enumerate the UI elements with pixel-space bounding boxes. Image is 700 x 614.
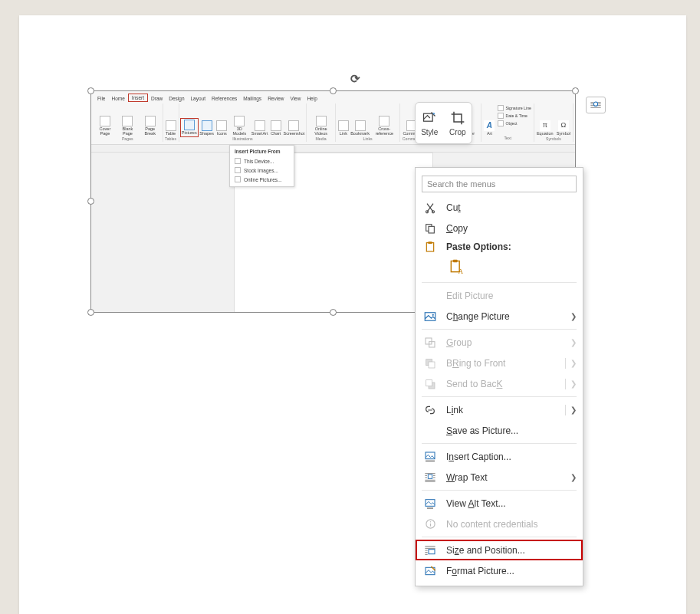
ribbon-groups: Cover Page Blank Page Page Break Pages T… — [91, 102, 575, 142]
tab-view[interactable]: View — [287, 95, 304, 102]
ctx-change-picture-label: Change Picture — [446, 311, 570, 322]
svg-point-19 — [432, 314, 434, 315]
dd-stock-images[interactable]: Stock Images... — [230, 166, 294, 175]
group-media: Online Videos Media — [307, 103, 336, 142]
object-button[interactable]: Object — [496, 120, 532, 126]
svg-text:A: A — [458, 268, 464, 274]
mini-toolbar: Style Crop — [415, 102, 472, 144]
tab-help[interactable]: Help — [304, 95, 320, 102]
ctx-view-alt-text[interactable]: View Alt Text... — [416, 493, 583, 514]
link-button[interactable]: Link — [337, 120, 350, 137]
tab-home[interactable]: Home — [108, 95, 127, 102]
ctx-size-and-position[interactable]: Size and Position... — [416, 540, 583, 560]
table-button[interactable]: Table — [164, 120, 178, 137]
group-text: AArt Signature Line Date & Time Object T… — [481, 103, 534, 142]
format-picture-icon — [423, 564, 437, 578]
svg-rect-28 — [428, 474, 432, 478]
tab-design[interactable]: Design — [166, 95, 187, 102]
online-videos-button[interactable]: Online Videos — [307, 115, 334, 137]
size-position-icon — [423, 543, 437, 557]
svg-point-1 — [433, 112, 435, 114]
info-icon — [423, 517, 437, 531]
chart-button[interactable]: Chart — [269, 120, 283, 137]
cut-icon — [423, 201, 437, 215]
style-icon — [422, 110, 437, 126]
search-menus-input[interactable]: Search the menus — [422, 176, 577, 192]
svg-rect-14 — [428, 241, 432, 244]
chevron-right-icon: ❯ — [570, 312, 577, 320]
ctx-group-label: Group — [446, 337, 570, 348]
style-button[interactable]: Style — [416, 103, 444, 143]
shapes-button[interactable]: Shapes — [199, 120, 215, 137]
resize-handle[interactable] — [87, 87, 94, 94]
resize-handle[interactable] — [87, 198, 94, 205]
svg-rect-43 — [429, 549, 435, 553]
ctx-format-label: Format Picture... — [446, 566, 577, 576]
chevron-right-icon: ❯ — [570, 359, 577, 367]
ctx-stb-label: Send to BacK — [446, 379, 560, 389]
separator — [422, 490, 577, 491]
ctx-link[interactable]: Link ❯ — [416, 399, 583, 420]
ctx-wrap-text[interactable]: Wrap Text ❯ — [416, 467, 583, 488]
svg-rect-23 — [429, 362, 435, 368]
paste-keep-source[interactable]: A — [446, 257, 466, 277]
ctx-insert-caption[interactable]: Insert Caption... — [416, 446, 583, 467]
ctx-no-credentials: No content credentials — [416, 514, 583, 534]
paste-options-row: A — [416, 255, 583, 280]
resize-handle[interactable] — [330, 309, 337, 316]
dd-this-device[interactable]: This Device... — [230, 156, 294, 166]
tab-review[interactable]: Review — [265, 95, 287, 102]
dropdown-header: Insert Picture From — [230, 148, 294, 156]
context-menu: Search the menus Cut Copy Paste Options:… — [415, 167, 583, 586]
svg-rect-16 — [453, 260, 458, 262]
svg-rect-13 — [426, 243, 433, 251]
blank-icon — [423, 424, 437, 438]
layout-options-button[interactable] — [586, 97, 606, 113]
tab-references[interactable]: References — [209, 95, 240, 102]
ctx-format-picture[interactable]: Format Picture... — [416, 560, 583, 581]
date-time-button[interactable]: Date & Time — [496, 113, 532, 119]
ctx-paste-options: Paste Options: — [416, 238, 583, 255]
screenshot-button[interactable]: Screenshot — [283, 120, 306, 137]
icons-button[interactable]: Icons — [215, 120, 228, 137]
bookmark-button[interactable]: Bookmark — [350, 120, 370, 137]
ctx-cut[interactable]: Cut — [416, 197, 583, 218]
resize-handle[interactable] — [330, 87, 337, 94]
blank-page-button[interactable]: Blank Page — [117, 115, 139, 137]
ctx-change-picture[interactable]: Change Picture ❯ — [416, 306, 583, 327]
group-links: Link Bookmark Cross-reference Links — [336, 103, 401, 142]
ctx-save-as-picture[interactable]: Save as Picture... — [416, 420, 583, 441]
3d-models-button[interactable]: 3D Models — [228, 115, 250, 137]
signature-line-button[interactable]: Signature Line — [496, 105, 532, 111]
cover-page-button[interactable]: Cover Page — [94, 115, 117, 137]
tab-insert[interactable]: Insert — [128, 94, 148, 102]
smartart-button[interactable]: SmartArt — [251, 120, 269, 137]
ctx-btf-label: BRing to Front — [446, 358, 560, 369]
page-break-button[interactable]: Page Break — [139, 115, 162, 137]
rotate-handle-icon[interactable]: ⟳ — [349, 72, 361, 84]
cross-ref-button[interactable]: Cross-reference — [370, 115, 399, 137]
symbol-button[interactable]: ΩSymbol — [555, 120, 572, 137]
separator — [422, 396, 577, 397]
tab-mailings[interactable]: Mailings — [240, 95, 265, 102]
resize-handle[interactable] — [87, 309, 94, 316]
equation-button[interactable]: πEquation — [535, 120, 555, 137]
resize-handle[interactable] — [572, 87, 579, 94]
group-tables: Table Tables — [163, 103, 179, 142]
group-symbols: πEquation ΩSymbol Symbols — [534, 103, 573, 142]
dd-online-pictures[interactable]: Online Pictures... — [230, 175, 294, 184]
chevron-right-icon: ❯ — [570, 379, 577, 388]
crop-button[interactable]: Crop — [444, 103, 472, 143]
tab-draw[interactable]: Draw — [148, 95, 166, 102]
ctx-copy[interactable]: Copy — [416, 218, 583, 238]
tab-layout[interactable]: Layout — [188, 95, 209, 102]
tab-file[interactable]: File — [94, 95, 108, 102]
svg-rect-20 — [426, 338, 432, 344]
ctx-cut-label: Cut — [446, 202, 577, 213]
group-illustrations: Pictures Shapes Icons 3D Models SmartArt… — [179, 103, 307, 142]
chevron-right-icon: ❯ — [570, 406, 577, 414]
svg-point-40 — [429, 521, 431, 523]
pictures-dropdown: Insert Picture From This Device... Stock… — [229, 145, 294, 187]
pictures-button[interactable]: Pictures — [180, 118, 199, 137]
wordart-button[interactable]: AArt — [482, 120, 496, 137]
